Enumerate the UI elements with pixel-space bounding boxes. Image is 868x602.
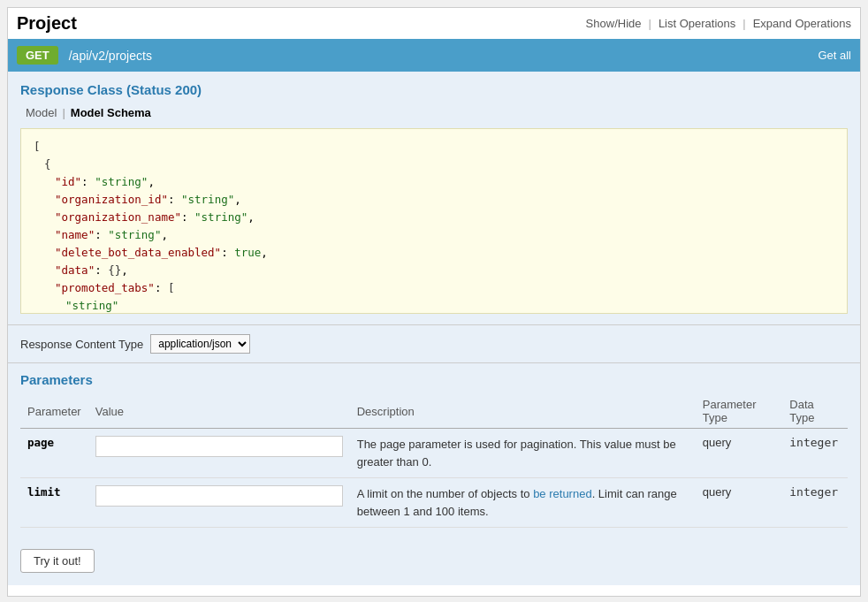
response-class-area: Response Class (Status 200) Model | Mode…	[8, 72, 860, 325]
expand-operations-link[interactable]: Expand Operations	[753, 17, 851, 30]
param-type-page: query	[696, 429, 782, 478]
param-input-page[interactable]	[95, 436, 343, 457]
list-operations-link[interactable]: List Operations	[659, 17, 735, 30]
try-it-out-button[interactable]: Try it out!	[20, 549, 95, 573]
get-all-link[interactable]: Get all	[818, 49, 851, 62]
col-data-type: Data Type	[782, 394, 848, 429]
col-parameter: Parameter	[20, 394, 88, 429]
col-value: Value	[88, 394, 350, 429]
param-desc-limit: A limit on the number of objects to be r…	[350, 478, 696, 528]
param-input-limit[interactable]	[95, 485, 343, 507]
param-data-type-page: integer	[782, 429, 848, 478]
parameters-table: Parameter Value Description Parameter Ty…	[20, 394, 848, 528]
main-container: Project Show/Hide | List Operations | Ex…	[7, 7, 861, 597]
method-badge: GET	[17, 46, 58, 65]
table-row: limit A limit on the number of objects t…	[20, 478, 848, 528]
col-parameter-type: Parameter Type	[696, 394, 782, 429]
table-header-row: Parameter Value Description Parameter Ty…	[20, 394, 848, 429]
response-content-type-label: Response Content Type	[20, 338, 143, 351]
top-nav: Show/Hide | List Operations | Expand Ope…	[586, 17, 851, 30]
param-name-limit: limit	[27, 485, 61, 499]
tab-model[interactable]: Model	[20, 104, 62, 121]
content-type-select[interactable]: application/json	[150, 334, 250, 354]
param-type-limit: query	[696, 478, 782, 528]
parameters-title: Parameters	[20, 372, 848, 387]
col-description: Description	[350, 394, 696, 429]
param-data-type-limit: integer	[782, 478, 848, 528]
model-tabs: Model | Model Schema	[20, 104, 848, 121]
endpoint-bar: GET /api/v2/projects Get all	[8, 39, 860, 72]
response-content-type-bar: Response Content Type application/json	[8, 325, 860, 363]
parameters-section: Parameters Parameter Value Description P…	[8, 363, 860, 537]
try-it-out-area: Try it out!	[8, 537, 860, 585]
schema-box: [ { "id": "string", "organization_id": "…	[20, 128, 848, 314]
page-title: Project	[17, 13, 77, 34]
show-hide-link[interactable]: Show/Hide	[586, 17, 642, 30]
param-name-page: page	[27, 436, 54, 449]
endpoint-path: /api/v2/projects	[69, 49, 819, 63]
response-class-title: Response Class (Status 200)	[20, 82, 848, 97]
tab-model-schema[interactable]: Model Schema	[65, 104, 156, 121]
param-desc-page: The page parameter is used for paginatio…	[350, 429, 696, 478]
top-bar: Project Show/Hide | List Operations | Ex…	[8, 8, 860, 39]
table-row: page The page parameter is used for pagi…	[20, 429, 848, 478]
